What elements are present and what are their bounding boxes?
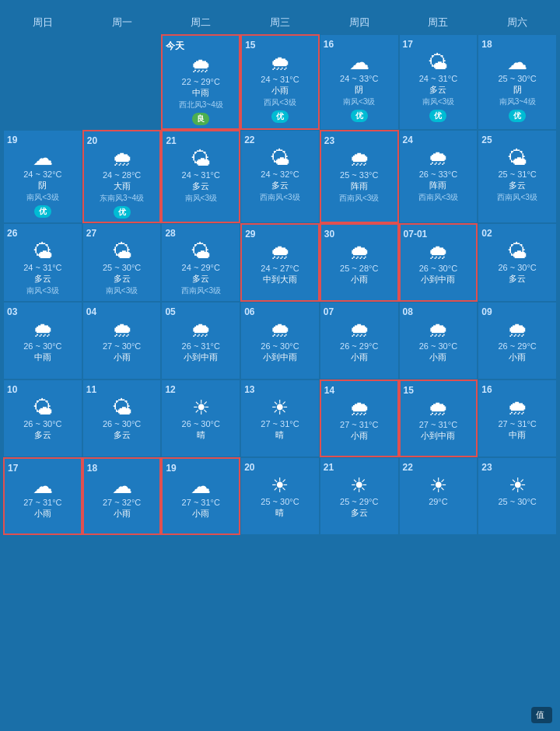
temperature: 26 ~ 30°C bbox=[498, 263, 536, 272]
weekday-header: 周三 bbox=[240, 12, 320, 33]
temperature: 26 ~ 30°C bbox=[419, 264, 457, 273]
weather-desc: 多云 bbox=[192, 273, 209, 285]
day-number: 03 bbox=[7, 306, 17, 317]
weather-desc: 小雨 bbox=[271, 85, 289, 96]
temperature: 26 ~ 30°C bbox=[103, 419, 141, 428]
day-number: 11 bbox=[86, 384, 96, 395]
day-number: 21 bbox=[166, 135, 176, 146]
day-number: 19 bbox=[7, 135, 17, 145]
weather-icon: ☁ bbox=[191, 476, 211, 496]
weather-icon: 🌤 bbox=[112, 397, 132, 418]
day-number: 04 bbox=[86, 306, 96, 317]
weather-icon: ☁ bbox=[112, 476, 132, 496]
weather-icon: 🌧 bbox=[349, 320, 369, 340]
day-cell: 15🌧24 ~ 31°C小雨西风<3级优 bbox=[240, 34, 320, 130]
weather-icon: 🌤 bbox=[112, 241, 132, 261]
day-number: 14 bbox=[324, 385, 334, 396]
weather-icon: ☀ bbox=[429, 475, 447, 495]
weather-desc: 多云 bbox=[429, 84, 446, 96]
air-quality-badge: 优 bbox=[271, 110, 289, 123]
weekday-header: 周二 bbox=[161, 12, 240, 33]
temperature: 26 ~ 30°C bbox=[23, 341, 61, 351]
weather-desc: 多云 bbox=[34, 429, 51, 441]
weather-desc: 阴 bbox=[513, 84, 522, 96]
wind-info: 南风<3级 bbox=[26, 285, 58, 296]
temperature: 25 ~ 33°C bbox=[340, 170, 378, 180]
day-cell: 05🌧26 ~ 31°C小到中雨 bbox=[161, 302, 240, 379]
wind-info: 西南风<3级 bbox=[418, 192, 458, 203]
weather-desc: 阵雨 bbox=[351, 180, 368, 192]
day-cell: 09🌧26 ~ 29°C小雨 bbox=[478, 302, 557, 379]
day-cell: 23🌧25 ~ 33°C阵雨西南风<3级 bbox=[320, 130, 399, 223]
weather-desc: 小到中雨 bbox=[421, 430, 455, 442]
day-number: 28 bbox=[165, 228, 175, 239]
temperature: 27 ~ 31°C bbox=[23, 498, 61, 507]
day-cell: 21🌤24 ~ 31°C多云南风<3级 bbox=[161, 130, 240, 223]
weather-icon: ☁ bbox=[349, 52, 369, 72]
air-quality-badge: 优 bbox=[114, 206, 131, 219]
weather-desc: 中到大雨 bbox=[263, 274, 297, 285]
weather-icon: ☀ bbox=[271, 475, 289, 495]
temperature: 24 ~ 31°C bbox=[23, 263, 61, 272]
day-cell: 14🌧27 ~ 31°C小雨 bbox=[320, 379, 399, 457]
weather-icon: 🌧 bbox=[428, 148, 448, 168]
day-number: 今天 bbox=[166, 40, 184, 53]
weather-icon: 🌧 bbox=[191, 320, 211, 340]
air-quality-badge: 优 bbox=[429, 110, 446, 122]
weather-icon: 🌧 bbox=[191, 55, 211, 75]
weather-desc: 多云 bbox=[509, 180, 526, 191]
weather-desc: 晴 bbox=[275, 429, 284, 441]
day-number: 18 bbox=[481, 39, 492, 50]
day-cell: 22🌤24 ~ 32°C多云西南风<3级 bbox=[240, 130, 320, 223]
weather-icon: 🌧 bbox=[270, 320, 290, 340]
day-cell: 18☁27 ~ 32°C小雨 bbox=[82, 457, 162, 535]
weather-icon: 🌧 bbox=[349, 242, 369, 262]
weather-desc: 小到中雨 bbox=[263, 352, 297, 363]
day-cell: 16🌧27 ~ 31°C中雨 bbox=[478, 379, 557, 457]
temperature: 24 ~ 29°C bbox=[182, 263, 220, 272]
day-cell: 07-01🌧26 ~ 30°C小到中雨 bbox=[399, 223, 478, 302]
day-cell: 20🌧24 ~ 28°C大雨东南风3~4级优 bbox=[82, 130, 162, 223]
temperature: 24 ~ 33°C bbox=[340, 74, 378, 83]
temperature: 25 ~ 29°C bbox=[340, 497, 378, 506]
day-cell: 08🌧26 ~ 30°C小雨 bbox=[399, 302, 478, 379]
day-cell: 21☀25 ~ 29°C多云 bbox=[320, 457, 399, 535]
weather-icon: ☁ bbox=[507, 52, 527, 72]
day-number: 21 bbox=[324, 462, 334, 473]
day-number: 08 bbox=[403, 306, 413, 317]
day-number: 22 bbox=[244, 135, 254, 145]
weather-desc: 多云 bbox=[114, 273, 131, 285]
day-cell: 今天🌧22 ~ 29°C中雨西北风3~4级良 bbox=[161, 34, 240, 130]
weather-icon: 🌤 bbox=[428, 52, 448, 72]
air-quality-badge: 良 bbox=[192, 113, 209, 125]
wind-info: 西风<3级 bbox=[264, 97, 296, 108]
weather-icon: 🌧 bbox=[507, 320, 527, 340]
temperature: 27 ~ 30°C bbox=[103, 341, 141, 351]
day-number: 13 bbox=[244, 384, 254, 395]
day-number: 07 bbox=[324, 306, 334, 317]
temperature: 24 ~ 31°C bbox=[261, 75, 299, 84]
weather-icon: 🌧 bbox=[349, 398, 369, 418]
temperature: 25 ~ 28°C bbox=[340, 264, 378, 273]
day-number: 16 bbox=[481, 384, 492, 395]
air-quality-badge: 优 bbox=[509, 110, 526, 122]
weather-icon: 🌧 bbox=[112, 149, 132, 169]
weather-desc: 小雨 bbox=[351, 352, 368, 363]
temperature: 26 ~ 29°C bbox=[340, 341, 378, 351]
weather-desc: 小雨 bbox=[114, 508, 131, 519]
weather-desc: 多云 bbox=[34, 273, 51, 285]
day-cell: 13☀27 ~ 31°C晴 bbox=[240, 379, 320, 457]
day-cell: 10🌤26 ~ 30°C多云 bbox=[3, 379, 82, 457]
temperature: 27 ~ 32°C bbox=[103, 498, 141, 507]
weather-icon: 🌧 bbox=[349, 149, 369, 169]
weekday-header: 周日 bbox=[3, 12, 82, 33]
weekday-header: 周六 bbox=[478, 12, 557, 33]
day-number: 18 bbox=[87, 463, 97, 474]
wind-info: 南风<3级 bbox=[422, 96, 454, 107]
day-number: 26 bbox=[7, 228, 17, 239]
day-cell: 06🌧26 ~ 30°C小到中雨 bbox=[240, 302, 320, 379]
temperature: 25 ~ 30°C bbox=[498, 497, 536, 506]
weather-desc: 小到中雨 bbox=[421, 274, 455, 285]
weekday-header: 周一 bbox=[82, 12, 162, 33]
day-cell: 11🌤26 ~ 30°C多云 bbox=[82, 379, 162, 457]
